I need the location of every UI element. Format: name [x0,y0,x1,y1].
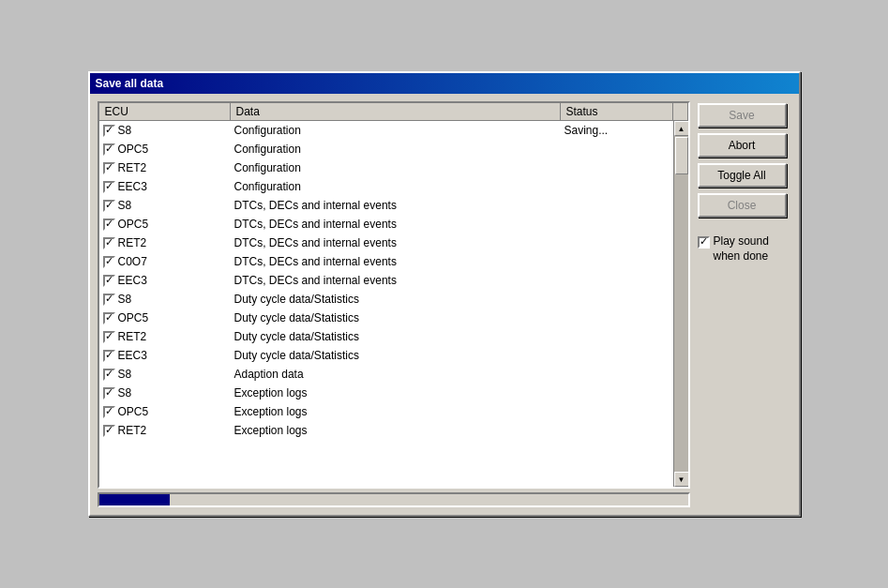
table-row: OPC5 Configuration [99,140,673,158]
table-row: S8 DTCs, DECs and internal events [99,196,673,215]
row-checkbox-4[interactable] [103,200,115,212]
data-cell: Duty cycle data/Statistics [231,292,561,307]
table-body-wrapper: S8 Configuration Saving... OPC5 Configur… [99,121,688,487]
table-row: OPC5 Duty cycle data/Statistics [99,309,673,327]
scrollbar[interactable]: ▲ ▼ [673,121,688,487]
data-cell: Duty cycle data/Statistics [231,329,561,344]
row-checkbox-13[interactable] [103,369,115,381]
row-checkbox-3[interactable] [103,181,115,193]
table-row: OPC5 Exception logs [99,402,673,421]
table-row: RET2 DTCs, DECs and internal events [99,234,673,252]
status-cell [561,223,673,225]
ecu-value: C0O7 [118,255,147,268]
ecu-cell: S8 [99,123,231,138]
table-row: RET2 Configuration [99,158,673,177]
data-cell: Exception logs [231,404,561,419]
save-button[interactable]: Save [698,103,787,128]
ecu-value: S8 [118,199,132,212]
data-cell: Configuration [231,123,561,138]
data-cell: DTCs, DECs and internal events [231,235,561,250]
ecu-cell: C0O7 [99,254,231,269]
status-cell [561,354,673,356]
header-data: Data [231,103,561,120]
table-row: S8 Exception logs [99,384,673,402]
close-button[interactable]: Close [698,193,787,218]
scroll-track [674,136,688,472]
row-checkbox-9[interactable] [103,294,115,306]
data-cell: DTCs, DECs and internal events [231,217,561,232]
status-cell [561,298,673,300]
ecu-value: OPC5 [118,405,149,418]
dialog-window: Save all data ECU Data Status [88,71,801,517]
scroll-thumb[interactable] [675,137,688,174]
data-cell: Duty cycle data/Statistics [231,310,561,325]
row-checkbox-12[interactable] [103,350,115,362]
ecu-cell: EEC3 [99,348,231,363]
ecu-value: OPC5 [118,218,149,231]
ecu-value: RET2 [118,330,147,343]
row-checkbox-0[interactable] [103,125,115,137]
row-checkbox-8[interactable] [103,275,115,287]
table-row: RET2 Exception logs [99,421,673,440]
row-checkbox-16[interactable] [103,425,115,437]
row-checkbox-10[interactable] [103,312,115,324]
ecu-value: EEC3 [118,274,147,287]
header-scroll-spacer [673,103,688,120]
status-cell [561,261,673,263]
row-checkbox-15[interactable] [103,406,115,418]
ecu-cell: OPC5 [99,217,231,232]
play-sound-checkbox[interactable] [698,236,710,249]
progress-fill [99,494,170,505]
ecu-cell: EEC3 [99,179,231,194]
ecu-cell: EEC3 [99,273,231,288]
dialog-content: ECU Data Status S8 Configuration Saving.… [90,94,799,515]
row-checkbox-11[interactable] [103,331,115,343]
row-checkbox-5[interactable] [103,219,115,231]
status-cell [561,430,673,431]
row-checkbox-7[interactable] [103,256,115,268]
row-checkbox-1[interactable] [103,143,115,156]
ecu-cell: RET2 [99,235,231,250]
status-cell [561,204,673,206]
status-cell [561,336,673,338]
data-cell: DTCs, DECs and internal events [231,273,561,288]
status-cell [561,148,673,150]
ecu-value: EEC3 [118,180,147,193]
table-body: S8 Configuration Saving... OPC5 Configur… [99,121,673,487]
toggle-all-button[interactable]: Toggle All [698,163,787,188]
status-cell [561,317,673,319]
data-cell: Configuration [231,160,561,175]
play-sound-label[interactable]: Play sound when done [714,234,791,264]
row-checkbox-14[interactable] [103,387,115,400]
scroll-down-button[interactable]: ▼ [674,472,688,487]
ecu-value: S8 [118,368,132,381]
table-row: S8 Configuration Saving... [99,121,673,140]
ecu-cell: OPC5 [99,404,231,419]
row-checkbox-2[interactable] [103,162,115,174]
checkbox-area: Play sound when done [698,234,791,264]
abort-button[interactable]: Abort [698,133,787,158]
ecu-value: S8 [118,386,132,400]
ecu-value: EEC3 [118,349,147,362]
status-cell [561,186,673,188]
table-row: EEC3 Configuration [99,177,673,196]
ecu-value: RET2 [118,236,147,249]
data-cell: Exception logs [231,423,561,438]
ecu-cell: S8 [99,367,231,382]
status-cell [561,373,673,375]
ecu-cell: S8 [99,198,231,213]
data-cell: Adaption data [231,367,561,382]
progress-bar-area [98,492,690,507]
row-checkbox-6[interactable] [103,237,115,249]
data-cell: Configuration [231,142,561,157]
ecu-value: OPC5 [118,311,149,324]
table-row: EEC3 DTCs, DECs and internal events [99,271,673,290]
status-cell [561,392,673,394]
ecu-cell: RET2 [99,329,231,344]
table-row: RET2 Duty cycle data/Statistics [99,327,673,346]
data-cell: DTCs, DECs and internal events [231,198,561,213]
left-panel: ECU Data Status S8 Configuration Saving.… [98,101,690,507]
dialog-title: Save all data [96,77,164,90]
table-row: S8 Duty cycle data/Statistics [99,290,673,309]
scroll-up-button[interactable]: ▲ [674,121,688,136]
